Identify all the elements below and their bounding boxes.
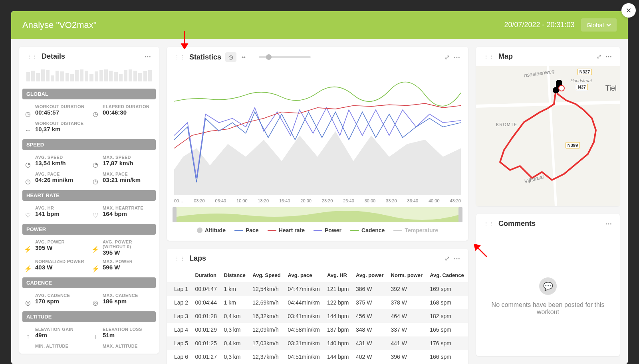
max-pace: 03:21 min/km	[103, 176, 141, 183]
smoothing-slider[interactable]	[259, 56, 311, 58]
table-row[interactable]: Lap 200:04:441 km12,69km/h04:44min/km122…	[167, 296, 468, 309]
svg-point-2	[559, 85, 564, 91]
comments-empty-icon: 💬	[539, 277, 557, 295]
grip-icon[interactable]: ⋮⋮	[174, 54, 185, 60]
legend-cadence[interactable]: Cadence	[350, 227, 385, 233]
elapsed-duration: 00:46:30	[103, 109, 149, 116]
legend-temperature[interactable]: Temperature	[393, 227, 438, 233]
heart-icon: ♡	[24, 211, 32, 219]
expand-button[interactable]: ⤢	[445, 53, 450, 61]
chart-legend: Altitude Pace Heart rate Power Cadence T…	[174, 227, 461, 233]
grip-icon[interactable]: ⋮⋮	[483, 53, 494, 60]
laps-header: Avg. HR	[324, 268, 353, 282]
elev-loss: 51m	[103, 332, 142, 338]
expand-button[interactable]: ⤢	[445, 255, 450, 262]
bolt-icon: ⚡	[24, 245, 32, 253]
cadence-icon: ◎	[24, 299, 32, 307]
elev-gain: 49m	[35, 332, 73, 338]
statistics-panel: ⋮⋮ Statistics ◷ ↔ ⤢ ⋯	[167, 47, 468, 241]
brush-handle-right[interactable]	[458, 207, 462, 222]
avg-pace: 04:26 min/km	[35, 176, 73, 183]
clock-icon: ◷	[24, 110, 32, 118]
grip-icon[interactable]: ⋮⋮	[483, 221, 494, 227]
bolt-icon: ⚡	[91, 245, 99, 253]
avg-speed: 13,54 km/h	[35, 160, 66, 166]
map-route	[476, 66, 620, 206]
section-hr: HEART RATE	[22, 190, 156, 201]
laps-more-button[interactable]: ⋯	[454, 255, 461, 262]
legend-pace[interactable]: Pace	[234, 227, 259, 233]
table-row[interactable]: Lap 600:01:270,3 km12,37km/h04:51min/km1…	[167, 350, 468, 364]
max-speed: 17,87 km/h	[103, 160, 133, 166]
laps-header: Avg. Cadence	[427, 268, 468, 282]
grip-icon[interactable]: ⋮⋮	[26, 53, 38, 60]
road-tag: N327	[577, 69, 592, 75]
comments-empty-text: No comments have been posted for this wo…	[488, 301, 608, 316]
gauge-icon: ◔	[91, 160, 99, 168]
map-view[interactable]: + − Tiel KROMTE Vijfstraat	[476, 66, 620, 206]
map-city-label: Tiel	[605, 84, 617, 93]
clock-icon: ◷	[91, 110, 99, 118]
table-row[interactable]: Lap 100:04:471 km12,54km/h04:47min/km121…	[167, 282, 468, 296]
grip-icon[interactable]: ⋮⋮	[174, 255, 185, 262]
max-alt-label: MAX. ALTITUDE	[103, 344, 138, 348]
max-power: 596 W	[103, 264, 133, 271]
bolt-icon: ⚡	[91, 265, 99, 273]
analyse-modal: Analyse "VO2max" 20/07/2022 - 20:31:03 G…	[11, 11, 628, 364]
legend-altitude[interactable]: Altitude	[197, 227, 226, 233]
brush-handle-left[interactable]	[173, 207, 177, 222]
legend-power[interactable]: Power	[314, 227, 341, 233]
section-global: GLOBAL	[22, 89, 156, 99]
expand-button[interactable]: ⤢	[596, 53, 601, 60]
swap-axis-button[interactable]: ↔	[240, 53, 247, 61]
header-date: 20/07/2022 - 20:31:03	[504, 21, 574, 29]
bolt-icon: ⚡	[24, 265, 32, 273]
up-icon: ↑	[24, 332, 32, 340]
comments-more-button[interactable]: ⋯	[605, 220, 613, 228]
laps-header: Avg. pace	[285, 268, 324, 282]
workout-duration: 00:45:57	[35, 109, 84, 116]
section-altitude: ALTITUDE	[22, 311, 156, 322]
laps-table: DurationDistanceAvg. SpeedAvg. paceAvg. …	[167, 268, 468, 364]
details-more-button[interactable]: ⋯	[145, 53, 152, 60]
min-alt-label: MIN. ALTITUDE	[35, 344, 68, 348]
max-cadence: 186 spm	[103, 298, 138, 305]
section-speed: SPEED	[22, 139, 156, 150]
details-title: Details	[42, 52, 141, 61]
map-street3: Hondstraat	[570, 78, 592, 83]
table-row[interactable]: Lap 400:01:290,3 km12,09km/h04:58min/km1…	[167, 323, 468, 336]
time-toggle[interactable]: ◷	[225, 52, 236, 62]
legend-heart-rate[interactable]: Heart rate	[268, 227, 305, 233]
laps-panel: ⋮⋮ Laps ⤢ ⋯ DurationDistanceAvg. SpeedAv…	[167, 249, 468, 364]
global-dropdown[interactable]: Global	[581, 18, 617, 32]
stopwatch-icon: ◷	[91, 177, 99, 185]
road-tag: N37	[576, 84, 588, 90]
section-power: POWER	[22, 224, 156, 235]
road-tag: N399	[566, 142, 580, 148]
statistics-more-button[interactable]: ⋯	[454, 53, 461, 61]
laps-header: Avg. Speed	[249, 268, 284, 282]
avg-hr: 141 bpm	[35, 210, 60, 217]
close-button[interactable]	[621, 3, 636, 18]
workout-distance: 10,37 km	[35, 126, 83, 133]
map-panel: ⋮⋮ Map ⤢ ⋯ + −	[476, 47, 620, 206]
map-title: Map	[498, 52, 592, 61]
distance-icon: ↔	[24, 127, 32, 135]
laps-header	[167, 268, 192, 282]
table-row[interactable]: Lap 500:01:250,4 km17,03km/h03:31min/km1…	[167, 336, 468, 350]
map-area-label: KROMTE	[496, 122, 517, 127]
avg-cadence: 170 spm	[35, 298, 70, 305]
map-more-button[interactable]: ⋯	[605, 53, 613, 60]
modal-title: Analyse "VO2max"	[22, 20, 97, 30]
avg-power-wo: 395 W	[103, 249, 154, 256]
chart-brush[interactable]	[174, 207, 461, 222]
statistics-title: Statistics	[189, 53, 221, 61]
max-hr: 164 bpm	[103, 210, 143, 217]
table-row[interactable]: Lap 300:01:280,4 km16,32km/h03:41min/km1…	[167, 309, 468, 323]
laps-title: Laps	[189, 254, 441, 263]
cadence-icon: ◎	[91, 299, 99, 307]
statistics-chart[interactable]	[174, 71, 461, 195]
stopwatch-icon: ◷	[24, 177, 32, 185]
laps-header: Duration	[192, 268, 220, 282]
chart-x-axis: 00…03:2006:4010:0013:2016:4020:0023:2026…	[174, 197, 461, 207]
